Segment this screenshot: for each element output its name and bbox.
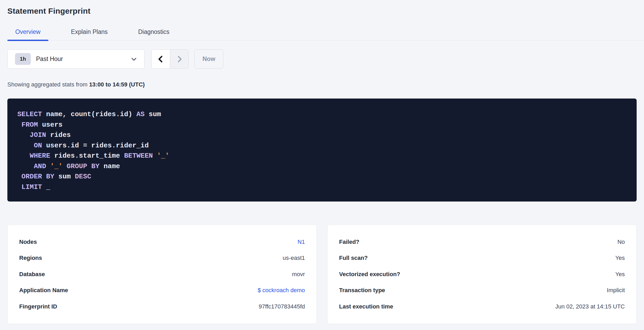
application-name-link[interactable]: $ cockroach demo [258,287,305,294]
sql-token-pl [153,152,157,160]
sql-token-kw: FROM [22,121,38,129]
sql-token-pl [17,183,22,191]
info-label: Regions [19,255,42,261]
tab-overview[interactable]: Overview [7,24,48,40]
sql-line: SELECT name, count(rides.id) AS sum [17,109,627,120]
sql-token-kw: LIMIT [22,183,42,191]
chevron-right-icon [175,55,183,64]
info-label: Nodes [19,239,37,245]
info-label: Full scan? [339,255,368,261]
time-controls: 1h Past Hour [7,49,637,69]
sql-token-pl: _ [42,183,50,191]
chevron-down-icon [130,56,137,63]
info-label: Database [19,271,45,278]
sql-token-kw: DESC [75,173,91,181]
tab-bar: Overview Explain Plans Diagnostics [7,24,644,40]
sql-token-pl: sum [54,173,75,181]
info-label: Vectorized execution? [339,271,400,278]
sql-line: ON users.id = rides.rider_id [17,141,627,151]
sql-token-pl [17,142,34,149]
info-value: Jun 02, 2023 at 14:15 UTC [555,303,625,310]
sql-token-pl [17,173,22,181]
info-cards: NodesN1Regionsus-east1DatabasemovrApplic… [7,225,637,324]
sql-token-kw: BETWEEN [124,152,153,160]
sql-token-kw: ORDER BY [22,173,54,181]
stats-prefix: Showing aggregated stats from [7,81,89,88]
next-time-button[interactable] [170,50,188,68]
sql-token-pl [46,162,50,170]
info-row-database: Databasemovr [19,266,305,282]
sql-token-pl: sum [145,110,161,118]
sql-token-pl [63,162,67,170]
sql-line: LIMIT _ [17,182,627,193]
time-interval-badge: 1h [15,53,31,65]
sql-line: AND '_' GROUP BY name [17,161,627,172]
info-row-nodes: NodesN1 [19,234,305,250]
statement-fingerprint-page: Statement Fingerprint Overview Explain P… [0,6,644,330]
time-step-group [151,49,189,69]
sql-token-kw: WHERE [30,152,50,160]
sql-line: WHERE rides.start_time BETWEEN '_' [17,151,627,161]
time-interval-label: Past Hour [36,55,63,63]
sql-statement-box: SELECT name, count(rides.id) AS sum FROM… [7,99,637,202]
sql-token-pl: users.id = rides.rider_id [42,142,149,149]
sql-token-lit: '_' [157,152,169,160]
info-row-regions: Regionsus-east1 [19,250,305,266]
sql-token-pl [17,121,22,129]
info-card-left: NodesN1Regionsus-east1DatabasemovrApplic… [7,225,317,324]
sql-token-pl [17,152,30,160]
sql-token-kw: JOIN [30,131,46,139]
tab-diagnostics[interactable]: Diagnostics [130,24,177,40]
stats-range: 13:00 to 14:59 (UTC) [89,81,145,88]
sql-token-kw: ON [34,142,42,149]
info-card-right: Failed?NoFull scan?YesVectorized executi… [327,225,637,324]
sql-token-lit: '_' [50,162,63,170]
sql-token-pl: rides [46,131,71,139]
info-row-transaction-type: Transaction typeImplicit [339,282,625,299]
info-value: us-east1 [283,255,305,261]
info-row-failed: Failed?No [339,234,625,250]
sql-token-pl [17,162,34,170]
prev-time-button[interactable] [152,50,170,68]
info-label: Application Name [19,287,68,294]
tab-explain-plans[interactable]: Explain Plans [63,24,115,40]
sql-token-pl: rides.start_time [50,152,124,160]
page-title: Statement Fingerprint [7,6,637,16]
chevron-left-icon [157,55,165,64]
info-row-fingerprint-id: Fingerprint ID97ffc170783445fd [19,298,305,315]
sql-token-pl [17,131,30,139]
sql-token-kw: AS [136,110,144,118]
time-interval-dropdown[interactable]: 1h Past Hour [7,49,144,69]
info-value: No [617,239,625,245]
info-label: Transaction type [339,287,385,294]
sql-token-pl: name [99,162,120,170]
sql-token-kw: AND [34,162,46,170]
sql-line: FROM users [17,120,627,130]
info-value: movr [292,271,305,278]
sql-line: ORDER BY sum DESC [17,172,627,182]
info-label: Fingerprint ID [19,303,57,310]
now-button[interactable]: Now [194,49,223,69]
info-row-application-name: Application Name$ cockroach demo [19,282,305,299]
info-label: Failed? [339,239,359,245]
nodes-link[interactable]: N1 [298,239,305,245]
sql-token-kw: SELECT [17,110,42,118]
info-value: Implicit [607,287,625,294]
sql-token-pl: name, count(rides.id) [42,110,137,118]
info-value: Yes [615,271,625,278]
sql-line: JOIN rides [17,130,627,141]
sql-token-kw: GROUP BY [67,162,99,170]
sql-token-pl: users [38,121,63,129]
stats-summary: Showing aggregated stats from 13:00 to 1… [7,81,637,88]
info-row-full-scan: Full scan?Yes [339,250,625,266]
info-row-vectorized-execution: Vectorized execution?Yes [339,266,625,282]
info-label: Last execution time [339,303,393,310]
info-value: 97ffc170783445fd [259,303,305,310]
info-value: Yes [615,255,625,261]
info-row-last-execution-time: Last execution timeJun 02, 2023 at 14:15… [339,298,625,315]
